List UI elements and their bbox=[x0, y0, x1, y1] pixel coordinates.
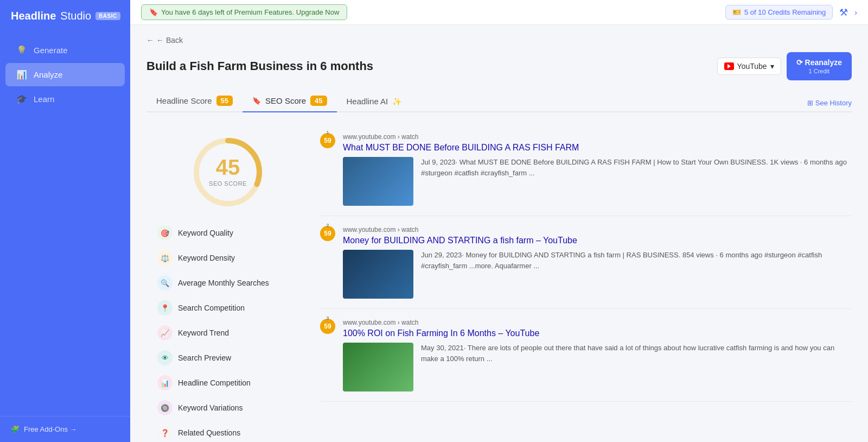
tab-score-badge: 55 bbox=[216, 96, 233, 106]
sidebar-footer[interactable]: 🧩 Free Add-Ons → bbox=[0, 416, 130, 442]
metrics-list: 🎯 Keyword Quality ⚖️ Keyword Density 🔍 A… bbox=[146, 221, 309, 442]
headline-competition-label: Headline Competition bbox=[178, 378, 251, 387]
sidebar-item-label: Learn bbox=[34, 94, 54, 104]
metric-related-questions[interactable]: ❓ Related Questions bbox=[152, 421, 304, 442]
avg-monthly-icon: 🔍 bbox=[157, 275, 173, 291]
search-competition-label: Search Competition bbox=[178, 304, 245, 312]
result-date-2: Jun 29, 2023· bbox=[421, 251, 464, 259]
topbar-right: 🎫 5 of 10 Credits Remaining ⚒ › bbox=[725, 5, 857, 20]
page-title: Build a Fish Farm Business in 6 months bbox=[146, 59, 373, 73]
left-panel: 45 SEO SCORE 🎯 Keyword Quality ⚖️ Keywor… bbox=[146, 123, 309, 442]
topbar: 🔖 You have 6 days left of Premium Featur… bbox=[130, 0, 868, 25]
keyword-quality-label: Keyword Quality bbox=[178, 229, 233, 237]
credits-icon: 🎫 bbox=[732, 8, 741, 16]
result-desc-2: Jun 29, 2023· Money for BUILDING AND STA… bbox=[421, 250, 852, 271]
result-content-3: www.youtube.com › watch 100% ROI on Fish… bbox=[343, 319, 852, 392]
result-url-2: www.youtube.com › watch bbox=[343, 226, 852, 233]
reanalyze-credit: 1 Credit bbox=[809, 67, 830, 75]
result-desc-1: Jul 9, 2023· What MUST BE DONE Before BU… bbox=[421, 157, 852, 178]
result-badge-3: 3 59 bbox=[320, 319, 335, 334]
reanalyze-label: ⟳ Reanalyze bbox=[796, 58, 842, 67]
metric-search-preview[interactable]: 👁 Search Preview bbox=[152, 346, 304, 370]
related-questions-icon: ❓ bbox=[157, 425, 173, 440]
tab-label: Headline AI bbox=[347, 97, 388, 106]
metric-keyword-quality[interactable]: 🎯 Keyword Quality bbox=[152, 221, 304, 245]
metric-keyword-variations[interactable]: 🔘 Keyword Variations bbox=[152, 396, 304, 420]
result-date-3: May 30, 2021· bbox=[421, 344, 465, 352]
metric-search-competition[interactable]: 📍 Search Competition bbox=[152, 296, 304, 320]
platform-chevron-icon: ▾ bbox=[770, 62, 774, 71]
result-content-1: www.youtube.com › watch What MUST BE DON… bbox=[343, 133, 852, 206]
tab-headline[interactable]: Headline Score55 bbox=[146, 90, 242, 112]
result-title-3[interactable]: 100% ROI on Fish Farming In 6 Months – Y… bbox=[343, 329, 852, 338]
learn-icon: 🎓 bbox=[16, 94, 27, 104]
analyze-icon: 📊 bbox=[16, 70, 27, 80]
result-thumb-3 bbox=[343, 343, 413, 392]
credits-label: 5 of 10 Credits Remaining bbox=[744, 8, 826, 16]
result-badge-1: 1 59 bbox=[320, 133, 335, 148]
keyword-trend-icon: 📈 bbox=[157, 325, 173, 340]
keyword-trend-label: Keyword Trend bbox=[178, 329, 229, 337]
back-arrow-icon: ← bbox=[146, 36, 154, 45]
youtube-icon bbox=[724, 62, 734, 70]
topbar-chevron-icon[interactable]: › bbox=[854, 8, 857, 17]
back-label: ← Back bbox=[156, 36, 183, 45]
reanalyze-button[interactable]: ⟳ Reanalyze 1 Credit bbox=[787, 52, 852, 80]
keyword-variations-label: Keyword Variations bbox=[178, 403, 243, 412]
result-num-small: 1 bbox=[326, 130, 329, 135]
puzzle-icon: 🧩 bbox=[11, 425, 20, 433]
logo-badge: BASIC bbox=[95, 12, 120, 20]
upgrade-banner[interactable]: 🔖 You have 6 days left of Premium Featur… bbox=[141, 4, 347, 20]
tab-label: SEO Score bbox=[265, 96, 306, 105]
result-url-3: www.youtube.com › watch bbox=[343, 319, 852, 326]
sidebar-nav: 💡 Generate 📊 Analyze 🎓 Learn bbox=[0, 32, 130, 416]
search-preview-label: Search Preview bbox=[178, 353, 231, 362]
keyword-density-label: Keyword Density bbox=[178, 254, 235, 262]
metric-avg-monthly[interactable]: 🔍 Average Monthly Searches bbox=[152, 271, 304, 295]
result-content-2: www.youtube.com › watch Money for BUILDI… bbox=[343, 226, 852, 299]
result-title-1[interactable]: What MUST BE DONE Before BUILDING A RAS … bbox=[343, 143, 852, 153]
back-link[interactable]: ← ← Back bbox=[146, 36, 852, 45]
search-preview-icon: 👁 bbox=[157, 350, 173, 365]
bookmark-icon: 🔖 bbox=[149, 8, 158, 16]
avg-monthly-label: Average Monthly Searches bbox=[178, 279, 269, 287]
see-history-link[interactable]: ⊞ See History bbox=[807, 99, 852, 111]
see-history-label: See History bbox=[815, 99, 852, 107]
history-icon: ⊞ bbox=[807, 99, 813, 107]
seo-score-number: 45 bbox=[209, 156, 247, 178]
seo-score-label: SEO SCORE bbox=[209, 180, 247, 187]
tab-ai[interactable]: Headline AI✨ bbox=[337, 91, 412, 112]
tools-icon[interactable]: ⚒ bbox=[839, 7, 848, 18]
result-desc-3: May 30, 2021· There are lots of people o… bbox=[421, 343, 852, 364]
tab-seo[interactable]: 🔖SEO Score45 bbox=[242, 90, 337, 112]
sidebar-item-analyze[interactable]: 📊 Analyze bbox=[5, 63, 125, 86]
sidebar-item-generate[interactable]: 💡 Generate bbox=[5, 39, 125, 62]
tab-bookmark-icon: 🔖 bbox=[252, 97, 261, 105]
metric-keyword-density[interactable]: ⚖️ Keyword Density bbox=[152, 246, 304, 270]
result-num-small: 3 bbox=[326, 315, 329, 321]
logo-headline: Headline bbox=[11, 10, 56, 22]
result-title-2[interactable]: Money for BUILDING AND STARTING a fish f… bbox=[343, 236, 852, 245]
headline-controls: YouTube ▾ ⟳ Reanalyze 1 Credit bbox=[717, 52, 852, 80]
platform-selector[interactable]: YouTube ▾ bbox=[717, 58, 781, 75]
headline-row: Build a Fish Farm Business in 6 months Y… bbox=[146, 52, 852, 80]
content-area: ← ← Back Build a Fish Farm Business in 6… bbox=[130, 25, 868, 442]
result-url-1: www.youtube.com › watch bbox=[343, 133, 852, 141]
result-thumb-2 bbox=[343, 250, 413, 299]
keyword-variations-icon: 🔘 bbox=[157, 400, 173, 415]
metric-keyword-trend[interactable]: 📈 Keyword Trend bbox=[152, 321, 304, 345]
sidebar-footer-label: Free Add-Ons → bbox=[24, 425, 77, 433]
related-questions-label: Related Questions bbox=[178, 428, 240, 437]
sidebar-item-learn[interactable]: 🎓 Learn bbox=[5, 87, 125, 111]
result-thumb-1 bbox=[343, 157, 413, 206]
seo-score-circle: 45 SEO SCORE bbox=[190, 134, 266, 210]
sidebar-item-label: Generate bbox=[34, 46, 68, 55]
main-content: 🔖 You have 6 days left of Premium Featur… bbox=[130, 0, 868, 442]
metric-headline-competition[interactable]: 📊 Headline Competition bbox=[152, 371, 304, 395]
result-media-1: Jul 9, 2023· What MUST BE DONE Before BU… bbox=[343, 157, 852, 206]
sidebar-item-label: Analyze bbox=[34, 70, 62, 79]
result-num-small: 2 bbox=[326, 223, 329, 228]
search-result-3: 3 59 www.youtube.com › watch 100% ROI on… bbox=[320, 309, 852, 402]
headline-competition-icon: 📊 bbox=[157, 375, 173, 390]
sidebar: HeadlineStudio BASIC 💡 Generate 📊 Analyz… bbox=[0, 0, 130, 442]
